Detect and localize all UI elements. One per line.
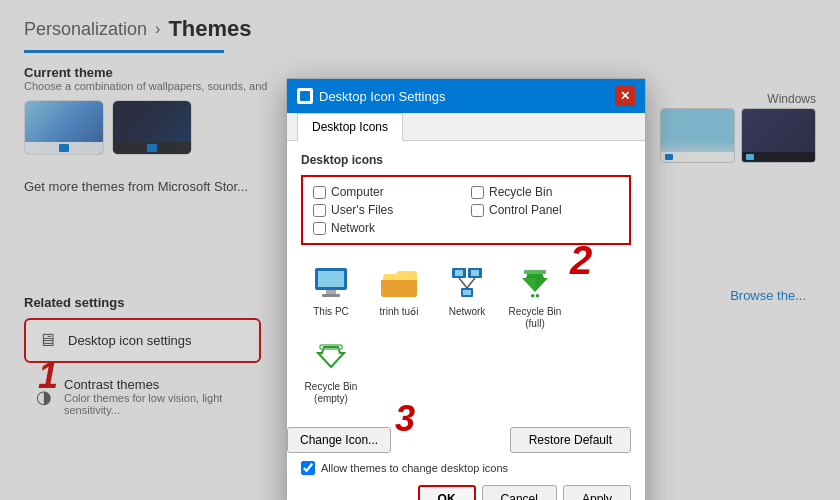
cancel-button[interactable]: Cancel	[482, 485, 557, 500]
checkbox-grid: Computer Recycle Bin User's Files Contro…	[313, 185, 619, 235]
restore-default-button[interactable]: Restore Default	[510, 427, 631, 453]
dialog-titlebar: Desktop Icon Settings ✕	[287, 79, 645, 113]
dialog-content: Desktop icons Computer Recycle Bin User'…	[287, 141, 645, 427]
ok-button[interactable]: OK	[418, 485, 476, 500]
icon-label-folder: trinh tuồi	[380, 306, 419, 318]
icon-item-this-pc[interactable]: This PC	[301, 263, 361, 330]
dialog-section-title: Desktop icons	[301, 153, 631, 167]
dialog-tabs: Desktop Icons	[287, 113, 645, 141]
checkbox-recycle-bin-input[interactable]	[471, 186, 484, 199]
checkbox-users-files-label: User's Files	[331, 203, 393, 217]
svg-text:●●: ●●	[530, 291, 540, 300]
network-icon	[447, 263, 487, 303]
icon-item-network[interactable]: Network	[437, 263, 497, 330]
checkbox-network-label: Network	[331, 221, 375, 235]
checkbox-computer-input[interactable]	[313, 186, 326, 199]
desktop-icons-box: Computer Recycle Bin User's Files Contro…	[301, 175, 631, 245]
recycle-empty-icon	[311, 338, 351, 378]
tab-desktop-icons[interactable]: Desktop Icons	[297, 113, 403, 141]
allow-themes-label: Allow themes to change desktop icons	[321, 462, 508, 474]
checkbox-recycle-bin[interactable]: Recycle Bin	[471, 185, 619, 199]
folder-icon	[379, 263, 419, 303]
svg-rect-1	[318, 271, 344, 287]
svg-rect-7	[471, 270, 479, 276]
icon-item-recycle-empty[interactable]: Recycle Bin(empty)	[301, 338, 361, 405]
icon-item-recycle-full[interactable]: ●● Recycle Bin(full)	[505, 263, 565, 330]
dialog-close-button[interactable]: ✕	[615, 86, 635, 106]
icon-label-recycle-empty: Recycle Bin(empty)	[305, 381, 358, 405]
change-icon-button[interactable]: Change Icon...	[287, 427, 391, 453]
icon-label-this-pc: This PC	[313, 306, 349, 318]
dialog-titlebar-icon	[297, 88, 313, 104]
checkbox-users-files[interactable]: User's Files	[313, 203, 461, 217]
icon-label-network: Network	[449, 306, 486, 318]
dialog-desktop-icon-settings: Desktop Icon Settings ✕ Desktop Icons De…	[286, 78, 646, 500]
dialog-title: Desktop Icon Settings	[319, 89, 445, 104]
checkbox-computer-label: Computer	[331, 185, 384, 199]
recycle-full-icon: ●●	[515, 263, 555, 303]
svg-rect-2	[326, 290, 336, 294]
dialog-bottom: Allow themes to change desktop icons OK …	[287, 461, 645, 500]
checkbox-computer[interactable]: Computer	[313, 185, 461, 199]
annotation-3: 3	[395, 398, 415, 440]
checkbox-users-files-input[interactable]	[313, 204, 326, 217]
svg-line-11	[467, 278, 475, 288]
this-pc-icon	[311, 263, 351, 303]
svg-rect-3	[322, 294, 340, 297]
dialog-buttons-row: OK Cancel Apply	[301, 485, 631, 500]
svg-line-10	[459, 278, 467, 288]
checkbox-recycle-bin-label: Recycle Bin	[489, 185, 552, 199]
apply-button[interactable]: Apply	[563, 485, 631, 500]
svg-rect-5	[455, 270, 463, 276]
icon-label-recycle-full: Recycle Bin(full)	[509, 306, 562, 330]
allow-themes-checkbox[interactable]	[301, 461, 315, 475]
annotation-2: 2	[570, 238, 592, 283]
svg-rect-12	[524, 270, 546, 274]
checkbox-control-panel[interactable]: Control Panel	[471, 203, 619, 217]
svg-rect-9	[463, 290, 471, 295]
checkbox-control-panel-label: Control Panel	[489, 203, 562, 217]
allow-themes-row: Allow themes to change desktop icons	[301, 461, 631, 475]
change-restore-row: Change Icon... Restore Default	[287, 427, 645, 453]
checkbox-network-input[interactable]	[313, 222, 326, 235]
checkbox-control-panel-input[interactable]	[471, 204, 484, 217]
settings-page: Personalization › Themes Current theme C…	[0, 0, 840, 500]
icon-item-trinh-tuoi[interactable]: trinh tuồi	[369, 263, 429, 330]
checkbox-network[interactable]: Network	[313, 221, 461, 235]
